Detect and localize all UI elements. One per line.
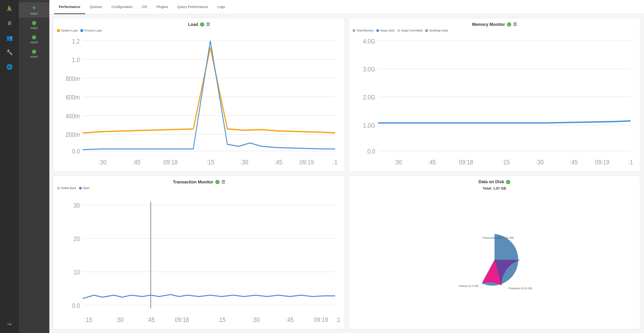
svg-text:0.0: 0.0 [72,302,80,309]
svg-text:2.0G: 2.0G [363,93,375,101]
total-memory-label: Total Memory [356,29,374,32]
transaction-card: Transaction Monitor i ☰ Rolled Back Open [53,175,345,329]
load-card: Load i ☰ System Load Process Load [53,18,345,172]
svg-text:30: 30 [74,202,80,209]
sidebar-servers: ★ max1 max2 max3 max4 [19,0,49,333]
svg-text:4.0G: 4.0G [363,37,375,45]
server-max4[interactable]: max4 [19,47,49,61]
server-label: max3 [30,41,38,44]
svg-text:0.0: 0.0 [72,147,80,155]
memory-chart-area: 4.0G 3.0G 2.0G 1.0G 0.0 :30 :45 09:18 :1… [352,34,636,168]
transaction-chart: 30 20 10 0.0 :15 :30 :45 09:18 :15 :30 :… [57,192,341,325]
svg-text::1: :1 [628,158,633,166]
svg-text:09:18: 09:18 [175,316,189,323]
heap-committed-color [397,29,400,32]
load-title: Load i ☰ [57,22,341,27]
nonheap-used-color [425,29,428,32]
monitor-icon[interactable]: 🖥 [5,18,14,28]
memory-legend: Total Memory Heap Used Heap Committed No… [352,29,636,32]
process-load-color [80,29,83,32]
memory-info-icon[interactable]: i [507,22,511,27]
svg-text:600m: 600m [66,93,80,101]
status-dot-max4 [32,50,36,54]
svg-text::30: :30 [116,316,124,323]
rolled-back-color [57,187,60,190]
svg-text::45: :45 [147,316,155,323]
svg-text::15: :15 [206,158,214,166]
legend-system-load: System Load [57,29,78,32]
svg-text:10: 10 [74,268,80,276]
legend-nonheap-used: Nonheap Used [425,29,448,32]
tab-configuration[interactable]: Configuration [107,0,137,14]
load-info-icon[interactable]: i [200,22,204,27]
process-load-label: Process Load [84,29,102,32]
svg-text:3.0G: 3.0G [363,65,375,73]
svg-text:0.0: 0.0 [367,147,375,155]
legend-open: Open [79,186,90,190]
open-color [79,187,82,190]
rolled-back-label: Rolled Back [61,186,76,190]
transaction-db-icon[interactable]: ☰ [222,179,225,185]
svg-text:09:19: 09:19 [314,316,328,323]
svg-text:09:19: 09:19 [300,158,314,166]
users-icon[interactable]: 👥 [4,33,14,43]
transaction-legend: Rolled Back Open [57,186,341,190]
load-chart: 1.2 1.0 800m 600m 400m 200m 0.0 :30 :45 … [57,34,341,168]
disk-chart-area: Transaction Logs (0.61 GB) Indexes (0.2 … [352,192,636,325]
svg-text::15: :15 [84,316,92,323]
svg-text:1.2: 1.2 [72,37,80,45]
svg-text::30: :30 [394,158,402,166]
svg-text:400m: 400m [66,112,80,120]
legend-heap-used: Heap Used [376,29,394,32]
disk-label-properties: Properties (0.19 GB) [508,287,532,290]
tab-plugins[interactable]: Plugins [152,0,172,14]
dashboard: Load i ☰ System Load Process Load [49,14,644,333]
open-label: Open [83,186,90,190]
system-load-color [57,29,60,32]
disk-total: Total: 1.07 GB [352,186,636,190]
wrench-icon[interactable]: 🔧 [4,48,14,57]
svg-text::45: :45 [286,316,294,323]
status-dot-max2 [32,21,36,25]
disk-card: Data on Disk i Total: 1.07 GB [348,175,640,329]
svg-text::30: :30 [252,316,260,323]
svg-text:200m: 200m [66,131,80,138]
svg-text:20: 20 [74,235,80,242]
server-max3[interactable]: max3 [19,33,49,46]
load-legend: System Load Process Load [57,29,341,32]
main-content: Performance Queries Configuration OS Plu… [49,0,644,333]
svg-text::45: :45 [428,158,436,166]
transaction-info-icon[interactable]: i [215,180,220,184]
globe-icon[interactable]: 🌐 [4,62,14,72]
legend-total-memory: Total Memory [352,29,374,32]
disk-info-icon[interactable]: i [506,180,510,184]
svg-text:09:19: 09:19 [595,158,609,166]
sidebar-icons: 🚴 🖥 👥 🔧 🌐 ↪ [0,0,19,333]
transaction-title: Transaction Monitor i ☰ [57,179,341,185]
disk-pie-chart: Transaction Logs (0.61 GB) Indexes (0.2 … [457,226,532,292]
transaction-chart-area: 30 20 10 0.0 :15 :30 :45 09:18 :15 :30 :… [57,192,341,325]
logout-icon[interactable]: ↪ [6,319,14,329]
memory-db-icon[interactable]: ☰ [513,22,517,27]
disk-label-transaction: Transaction Logs (0.61 GB) [482,236,514,239]
load-db-icon[interactable]: ☰ [206,22,210,27]
tab-queries[interactable]: Queries [85,0,107,14]
tab-performance[interactable]: Performance [54,0,85,14]
tab-logs[interactable]: Logs [213,0,230,14]
tab-query-performance[interactable]: Query Performance [172,0,213,14]
heap-committed-label: Heap Committed [401,29,422,32]
svg-text::45: :45 [274,158,282,166]
server-max2[interactable]: max2 [19,19,49,32]
status-dot-max3 [32,35,36,40]
svg-text:1.0G: 1.0G [363,122,375,129]
heap-used-color [376,29,379,32]
memory-card: Memory Monitor i ☰ Total Memory Heap Use… [348,18,640,172]
legend-heap-committed: Heap Committed [397,29,422,32]
svg-text::30: :30 [98,158,106,166]
legend-rolled-back: Rolled Back [57,186,76,190]
memory-chart: 4.0G 3.0G 2.0G 1.0G 0.0 :30 :45 09:18 :1… [352,34,636,168]
nonheap-used-label: Nonheap Used [429,29,448,32]
server-max1[interactable]: ★ max1 [19,2,49,18]
tab-os[interactable]: OS [137,0,152,14]
bike-icon[interactable]: 🚴 [4,4,14,14]
